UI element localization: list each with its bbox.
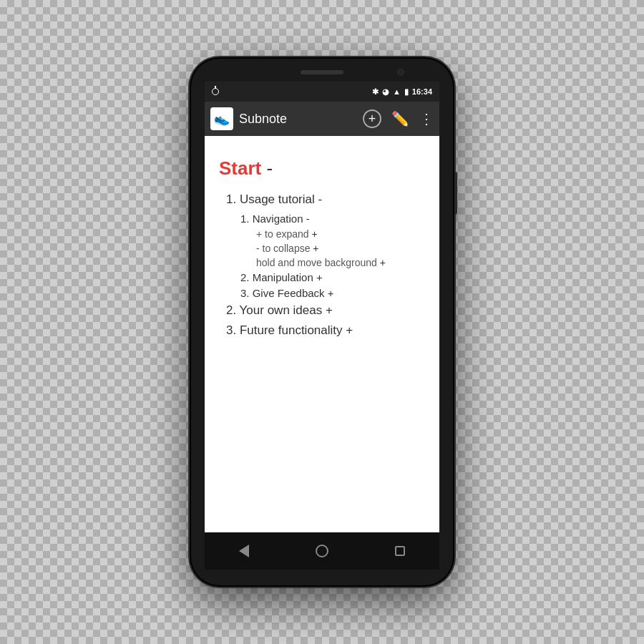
app-title: Subnote (239, 112, 357, 127)
back-icon (239, 545, 249, 557)
list-item: 1. Usage tutorial - (219, 192, 425, 207)
bluetooth-icon: ✱ (372, 87, 379, 97)
list-item: - to collapse + (219, 243, 425, 254)
note-title: Start (219, 157, 261, 179)
item-label: 2. Your own ideas (226, 303, 322, 317)
wifi-icon: ▲ (393, 87, 401, 96)
signal-icon: ◕ (382, 87, 389, 97)
item-label: + to expand (256, 228, 309, 240)
note-content: Start - 1. Usage tutorial - 1. Navigatio… (205, 136, 439, 532)
toolbar-actions: + ✏️ ⋮ (363, 109, 434, 128)
more-button[interactable]: ⋮ (419, 110, 434, 127)
speaker (301, 70, 343, 74)
item-label: 1. Usage tutorial (226, 192, 315, 206)
list-item: hold and move background + (219, 257, 425, 268)
item-label: 3. Future functionality (226, 323, 343, 337)
shoe-icon: 👟 (214, 111, 230, 127)
camera (397, 69, 404, 76)
add-button[interactable]: + (363, 109, 381, 128)
status-bar: ✱ ◕ ▲ ▮ 16:34 (205, 82, 439, 102)
status-right: ✱ ◕ ▲ ▮ 16:34 (372, 87, 432, 97)
list-item: 2. Manipulation + (219, 271, 425, 283)
list-item: 3. Future functionality + (219, 323, 425, 338)
status-time: 16:34 (412, 87, 432, 96)
item-label: 1. Navigation (240, 213, 303, 225)
home-button[interactable] (301, 537, 343, 565)
list-item: + to expand + (219, 228, 425, 240)
list-item: 1. Navigation - (219, 213, 425, 225)
home-icon (316, 545, 328, 557)
app-toolbar: 👟 Subnote + ✏️ ⋮ (205, 102, 439, 136)
status-left (212, 88, 219, 95)
power-icon (212, 88, 219, 95)
list-item: 3. Give Feedback + (219, 287, 425, 299)
note-title-dash: - (261, 157, 273, 179)
nav-bar (205, 532, 439, 570)
phone-device: ✱ ◕ ▲ ▮ 16:34 👟 Subnote + ✏️ ⋮ Start - (190, 57, 454, 587)
item-label: - to collapse (256, 243, 310, 254)
battery-icon: ▮ (404, 87, 409, 97)
side-button (454, 172, 457, 215)
app-logo: 👟 (210, 107, 233, 130)
item-label: 3. Give Feedback (240, 287, 325, 299)
back-button[interactable] (223, 537, 265, 565)
list-item: 2. Your own ideas + (219, 303, 425, 318)
item-label: hold and move background (256, 257, 377, 268)
phone-screen: ✱ ◕ ▲ ▮ 16:34 👟 Subnote + ✏️ ⋮ Start - (205, 82, 439, 570)
recent-button[interactable] (379, 537, 421, 565)
recent-icon (395, 546, 405, 556)
edit-button[interactable]: ✏️ (391, 110, 409, 127)
item-label: 2. Manipulation (240, 271, 313, 283)
note-title-line: Start - (219, 157, 425, 180)
